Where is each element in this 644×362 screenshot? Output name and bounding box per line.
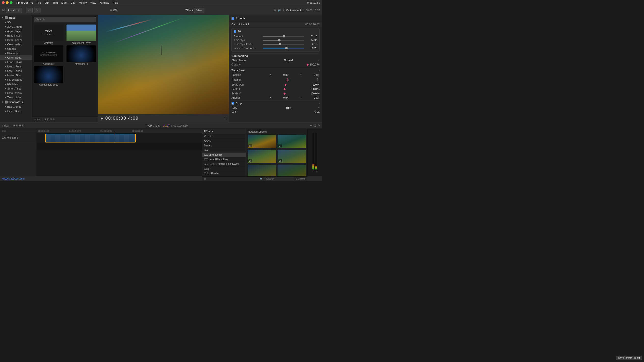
effects-checkbox[interactable]: ✓ bbox=[232, 17, 234, 20]
effect-thumb-img-extra-1 bbox=[248, 165, 276, 176]
minimize-button[interactable] bbox=[6, 1, 8, 4]
effects-cat-color[interactable]: Color bbox=[202, 167, 246, 171]
sidebar-item-build-inout[interactable]: ■ Build In/Out bbox=[0, 33, 32, 38]
crop-type-value[interactable]: Trim bbox=[286, 106, 291, 109]
menu-file[interactable]: File bbox=[36, 1, 41, 4]
anchor-x-value[interactable]: 0 px bbox=[284, 96, 288, 99]
crop-type-arrow[interactable]: ▾ bbox=[318, 106, 320, 109]
amount-slider[interactable] bbox=[262, 36, 304, 37]
effects-view-icon[interactable]: ⊞ bbox=[204, 178, 206, 180]
effects-cat-cc-lens[interactable]: CC Lens Effect bbox=[202, 153, 246, 157]
nav-back[interactable]: ◁ bbox=[26, 7, 33, 13]
menu-clip[interactable]: Clip bbox=[71, 1, 75, 4]
list-item[interactable]: Atmosphere bbox=[66, 45, 97, 65]
sidebar-item-3d[interactable]: ■ 3D bbox=[0, 20, 32, 24]
effect-10-checkbox[interactable]: ✓ bbox=[234, 30, 236, 33]
effects-search-input[interactable] bbox=[264, 177, 294, 181]
scale-y-value[interactable]: 100.0 % bbox=[310, 92, 320, 95]
play-button[interactable]: ▶ bbox=[100, 116, 103, 120]
menu-modify[interactable]: Modify bbox=[79, 1, 87, 4]
menu-mark[interactable]: Mark bbox=[61, 1, 67, 4]
sidebar-item-3d-cinematic[interactable]: ■ 3D C...matic bbox=[0, 24, 32, 29]
position-x-value[interactable]: 0 px bbox=[284, 74, 288, 76]
menu-trim[interactable]: Trim bbox=[52, 1, 58, 4]
sidebar-item-smo-layers[interactable]: ■ Smo...ayers bbox=[0, 91, 32, 95]
rotation-knob[interactable]: ◎ bbox=[286, 77, 289, 82]
effect-thumb-extra-1[interactable] bbox=[248, 165, 276, 176]
transform-expand[interactable]: □ bbox=[318, 69, 320, 72]
effects-cat-blur[interactable]: Blur bbox=[202, 148, 246, 153]
list-item[interactable]: TITLE SAMPLE INFORMATION HERE Assembler bbox=[33, 45, 64, 65]
effect-thumb-06[interactable]: 06 bbox=[278, 150, 306, 163]
sidebar-item-leno-free[interactable]: ■ Leno...Free bbox=[0, 64, 32, 69]
fullscreen-button[interactable] bbox=[10, 1, 12, 4]
effect-thumb-03[interactable]: 03 bbox=[248, 135, 276, 148]
sidebar-item-glitch-titles[interactable]: ■ Glitch Titles bbox=[0, 55, 32, 60]
position-y-value[interactable]: 0 px bbox=[314, 74, 318, 76]
list-item[interactable]: Atmosphere copy bbox=[33, 66, 64, 86]
list-item[interactable]: TEXT TITLE EFF... Activate bbox=[33, 24, 64, 44]
nav-forward[interactable]: ▷ bbox=[34, 7, 40, 13]
scale-all-diamond[interactable]: ◆ bbox=[284, 83, 287, 86]
crop-left-row: Left 0 px bbox=[232, 110, 320, 114]
anchor-y-value[interactable]: 0 px bbox=[314, 96, 318, 99]
rgb-split-fade-slider[interactable] bbox=[262, 44, 304, 45]
timeline-zoom-in[interactable]: ⊕ bbox=[310, 124, 312, 127]
effects-cat-basics[interactable]: Basics bbox=[202, 143, 246, 148]
sidebar-item-backgrounds[interactable]: ■ Back...unds bbox=[0, 104, 32, 109]
timeline-clip-1[interactable] bbox=[45, 134, 136, 142]
sidebar-item-elements[interactable]: ■ Elements bbox=[0, 51, 32, 55]
sidebar-item-rn-displace[interactable]: ■ RN Displace bbox=[0, 77, 32, 82]
scale-all-value[interactable]: 100 % bbox=[313, 83, 320, 86]
effects-cat-video[interactable]: VIDEO bbox=[202, 134, 246, 139]
sidebar-section-generators[interactable]: ▼ Generators bbox=[0, 100, 32, 104]
effects-cat-al64d[interactable]: Al64D bbox=[202, 139, 246, 143]
sidebar-item-rn-titles[interactable]: ■ RN Titles bbox=[0, 82, 32, 86]
blend-mode-value[interactable]: Normal bbox=[284, 59, 292, 62]
sidebar-item-twitc-tions[interactable]: ■ Twitc...tions bbox=[0, 95, 32, 100]
menu-view[interactable]: View bbox=[90, 1, 96, 4]
timecode-display: 00:00:00:4:09 bbox=[105, 116, 139, 121]
inside-distort-slider[interactable] bbox=[262, 47, 304, 48]
effect-thumb-04[interactable]: 04 bbox=[278, 135, 306, 148]
crop-left-value[interactable]: 0 px bbox=[314, 110, 320, 113]
install-button[interactable]: Install... ▾ bbox=[6, 7, 22, 13]
library-search-input[interactable] bbox=[34, 17, 96, 22]
effect-thumb-extra-2[interactable] bbox=[278, 165, 306, 176]
menu-edit[interactable]: Edit bbox=[44, 1, 49, 4]
fullscreen-icon[interactable]: ⛶ bbox=[224, 117, 226, 120]
sidebar-item-color-grades[interactable]: ■ Colo...rades bbox=[0, 42, 32, 47]
sidebar-item-motion-blur[interactable]: ■ Motion Blur bbox=[0, 73, 32, 77]
sidebar-item-smo-titles[interactable]: ■ Smo...Titles bbox=[0, 86, 32, 91]
app-name[interactable]: Final Cut Pro bbox=[16, 1, 33, 4]
index-tab[interactable]: Index bbox=[34, 118, 40, 121]
crop-expand[interactable]: □ bbox=[318, 102, 320, 105]
sidebar-item-bumper[interactable]: ■ Bum...pener bbox=[0, 38, 32, 42]
effects-cat-color-finale[interactable]: Color Finale bbox=[202, 171, 246, 176]
effect-thumb-05[interactable]: 05 bbox=[248, 150, 276, 163]
scale-x-value[interactable]: 100.0 % bbox=[310, 88, 320, 90]
rgb-split-slider[interactable] bbox=[262, 40, 304, 41]
blend-mode-arrow[interactable]: ▾ bbox=[318, 59, 320, 61]
sidebar-item-adj-layer[interactable]: ■ Adju...Layer bbox=[0, 29, 32, 33]
opacity-diamond[interactable]: ◆ bbox=[306, 63, 309, 66]
index-tab-timeline[interactable]: Index bbox=[2, 124, 8, 127]
sidebar-item-credits[interactable]: ■ Credits bbox=[0, 47, 32, 51]
effects-cat-cinelook[interactable]: cineLook + GORILLA GRAIN bbox=[202, 162, 246, 167]
sidebar-section-titles[interactable]: ▼ Titles bbox=[0, 15, 32, 20]
list-item[interactable]: Adjustment Layer bbox=[66, 24, 97, 44]
sidebar-item-low-thirds[interactable]: ■ Low...Thirds bbox=[0, 69, 32, 73]
effects-cat-cc-lens-free[interactable]: CC Lens Effect Free bbox=[202, 157, 246, 162]
menu-window[interactable]: Window bbox=[100, 1, 109, 4]
zoom-dropdown[interactable]: ▾ bbox=[192, 8, 193, 12]
rotation-value[interactable]: 0 ° bbox=[316, 78, 320, 81]
close-button[interactable] bbox=[2, 1, 5, 4]
sidebar-item-leno-third[interactable]: ■ Leno...Third bbox=[0, 60, 32, 64]
scale-x-diamond[interactable]: ◆ bbox=[284, 87, 286, 91]
menu-help[interactable]: Help bbox=[112, 1, 118, 4]
sidebar-item-cine-bars[interactable]: ■ Cine...Bars bbox=[0, 109, 32, 113]
crop-checkbox[interactable]: ✓ bbox=[232, 102, 234, 105]
view-button[interactable]: View bbox=[194, 7, 204, 13]
timeline-settings[interactable]: ⚙ bbox=[318, 124, 320, 127]
scale-y-diamond[interactable]: ◆ bbox=[284, 92, 286, 95]
